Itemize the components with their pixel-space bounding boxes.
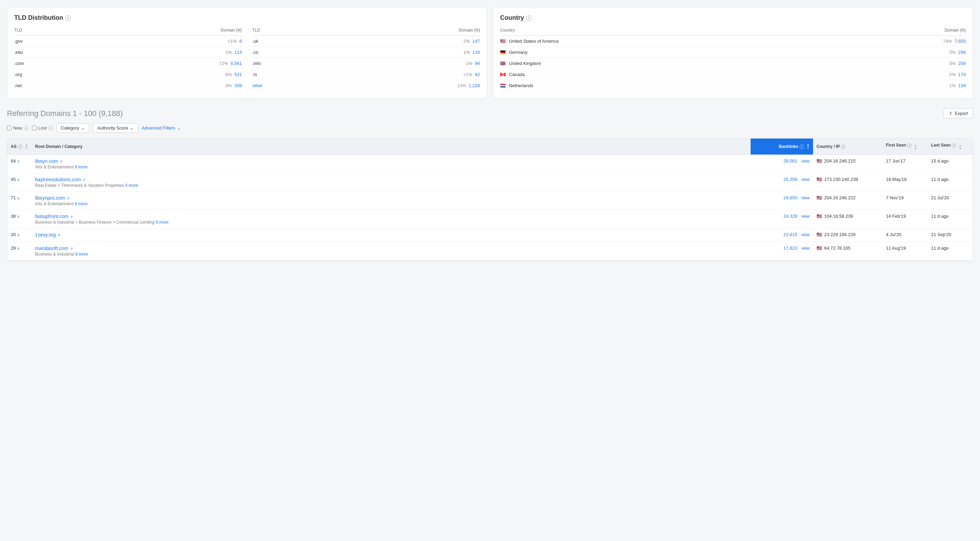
lost-filter-label[interactable]: Lost i: [32, 125, 53, 131]
col-header-as[interactable]: AS i ▲▼: [7, 139, 32, 155]
as-caret[interactable]: ∨: [17, 196, 20, 200]
more-link[interactable]: 9 more: [75, 252, 88, 257]
backlinks-cell: 25,258 view: [751, 173, 813, 192]
new-filter-label[interactable]: New i: [7, 125, 29, 131]
domain-link[interactable]: libsyn.com ↗: [35, 158, 62, 164]
last-col-info-icon[interactable]: i: [952, 144, 956, 148]
advanced-filters-chevron-icon: ⌄: [177, 125, 181, 131]
tld-count-link[interactable]: 6,561: [231, 61, 242, 66]
tld-count-link[interactable]: 1,228: [468, 83, 480, 88]
row-flag: 🇺🇸: [816, 232, 822, 237]
table-row: 29 ∨ mandasoft.com ↗ Business & Industri…: [7, 242, 973, 260]
more-link[interactable]: 9 more: [75, 201, 88, 206]
referring-range: 1 - 100 (9,188): [73, 109, 123, 118]
domain-category: Arts & Entertainment 9 more: [35, 201, 747, 206]
tld-count-link[interactable]: 94: [475, 61, 480, 66]
backlinks-cell: 23,615 view: [751, 228, 813, 242]
as-col-info-icon[interactable]: i: [18, 144, 22, 149]
new-checkbox[interactable]: [7, 126, 11, 130]
backlinks-value[interactable]: 24,329: [784, 214, 797, 219]
view-link[interactable]: view: [801, 159, 810, 164]
tld-count-link[interactable]: 6: [239, 38, 242, 44]
col-header-last[interactable]: Last Seen i ▲▼: [928, 139, 973, 155]
tld-info-icon[interactable]: i: [65, 15, 71, 21]
as-caret[interactable]: ∨: [17, 246, 20, 251]
tld-name: .uk: [252, 36, 323, 47]
category-filter-button[interactable]: Category ⌄: [57, 123, 89, 132]
country-count-link[interactable]: 299: [958, 49, 966, 55]
tld-name: .gov: [14, 36, 83, 47]
view-link[interactable]: view: [801, 195, 810, 200]
view-link[interactable]: view: [801, 246, 810, 251]
as-caret[interactable]: ∨: [17, 177, 20, 182]
more-link[interactable]: 9 more: [156, 220, 169, 225]
domain-link[interactable]: libsynpro.com ↗: [35, 195, 69, 201]
tld-count-link[interactable]: 309: [234, 83, 242, 88]
last-seen-cell: 15 d ago: [928, 155, 973, 173]
country-count-link[interactable]: 7,650: [954, 38, 966, 44]
country-col-info-icon[interactable]: i: [841, 144, 845, 149]
domain-link[interactable]: fastupfront.com ↗: [35, 214, 73, 219]
backlinks-col-info-icon[interactable]: i: [800, 144, 804, 149]
export-button[interactable]: ⇧ Export: [943, 109, 973, 118]
new-info-icon[interactable]: i: [24, 126, 29, 130]
col-header-backlinks[interactable]: Backlinks i ▲▼: [751, 139, 813, 155]
other-tld-link[interactable]: other: [252, 83, 263, 88]
top-cards: TLD Distribution i TLD Domain (N) .gov <…: [7, 7, 973, 99]
col-header-domain: Root Domain / Category: [32, 139, 751, 155]
country-pct: 3%: [949, 61, 956, 66]
lost-info-icon[interactable]: i: [49, 126, 53, 130]
authority-filter-label: Authority Score: [97, 125, 128, 131]
advanced-filters-label: Advanced Filters: [142, 125, 175, 131]
tld-count-link[interactable]: 531: [234, 72, 242, 77]
backlinks-cell: 24,329 view: [751, 210, 813, 228]
first-col-info-icon[interactable]: i: [907, 144, 912, 148]
tld-pct: 72%: [219, 61, 228, 66]
backlinks-value[interactable]: 25,258: [784, 177, 797, 182]
country-count-link[interactable]: 139: [958, 83, 966, 88]
tld-count-link[interactable]: 82: [475, 72, 480, 77]
backlinks-value[interactable]: 24,650: [784, 195, 797, 200]
backlinks-cell: 17,823 view: [751, 242, 813, 260]
lost-checkbox[interactable]: [32, 126, 37, 130]
tld-count-link[interactable]: 116: [472, 49, 480, 55]
as-cell: 84 ∨: [7, 155, 32, 173]
view-link[interactable]: view: [801, 214, 810, 219]
row-ip: 204.16.246.215: [824, 158, 856, 164]
authority-filter-button[interactable]: Authority Score ⌄: [93, 123, 138, 132]
view-link[interactable]: view: [801, 232, 810, 237]
domain-link[interactable]: baytreesolutions.com ↗: [35, 177, 85, 182]
view-link[interactable]: view: [801, 177, 810, 182]
country-info-icon[interactable]: i: [526, 15, 531, 21]
as-cell: 45 ∨: [7, 173, 32, 192]
as-caret[interactable]: ∨: [17, 159, 20, 163]
as-caret[interactable]: ∨: [17, 214, 20, 219]
domain-link[interactable]: mandasoft.com ↗: [35, 246, 73, 251]
country-count-link[interactable]: 170: [958, 72, 966, 77]
domain-category: Arts & Entertainment 9 more: [35, 164, 747, 169]
advanced-filters-button[interactable]: Advanced Filters ⌄: [142, 125, 181, 131]
backlinks-value[interactable]: 17,823: [784, 246, 797, 251]
domain-cell: libsynpro.com ↗ Arts & Entertainment 9 m…: [32, 192, 751, 210]
as-caret[interactable]: ∨: [17, 233, 20, 237]
backlinks-value[interactable]: 29,081: [784, 158, 797, 164]
country-row: 🇨🇦 Canada 2% 170: [500, 69, 966, 80]
domain-link[interactable]: 1sexy.org ↗: [35, 232, 60, 238]
more-link[interactable]: 9 more: [75, 164, 88, 169]
row-ip: 23.229.194.226: [824, 232, 856, 237]
country-name-cell: 🇩🇪 Germany: [500, 47, 835, 58]
country-ip-cell: 🇺🇸 173.230.140.239: [813, 173, 883, 192]
more-link[interactable]: 9 more: [125, 183, 138, 188]
col-header-first[interactable]: First Seen i ▲▼: [883, 139, 928, 155]
row-flag: 🇺🇸: [816, 214, 822, 219]
domain-cell: mandasoft.com ↗ Business & Industrial 9 …: [32, 242, 751, 260]
country-row: 🇺🇸 United States of America 74% 7,650: [500, 36, 966, 47]
category-filter-label: Category: [61, 125, 80, 131]
tld-count-link[interactable]: 114: [234, 49, 242, 55]
tld-count-link[interactable]: 147: [472, 38, 480, 44]
tld-col1-header-domain: Domain (N): [83, 26, 242, 36]
domain-category: Real Estate > Timeshares & Vacation Prop…: [35, 183, 747, 188]
backlinks-value[interactable]: 23,615: [784, 232, 797, 237]
last-seen-cell: 21 Sep'20: [928, 228, 973, 242]
country-count-link[interactable]: 259: [958, 61, 966, 66]
